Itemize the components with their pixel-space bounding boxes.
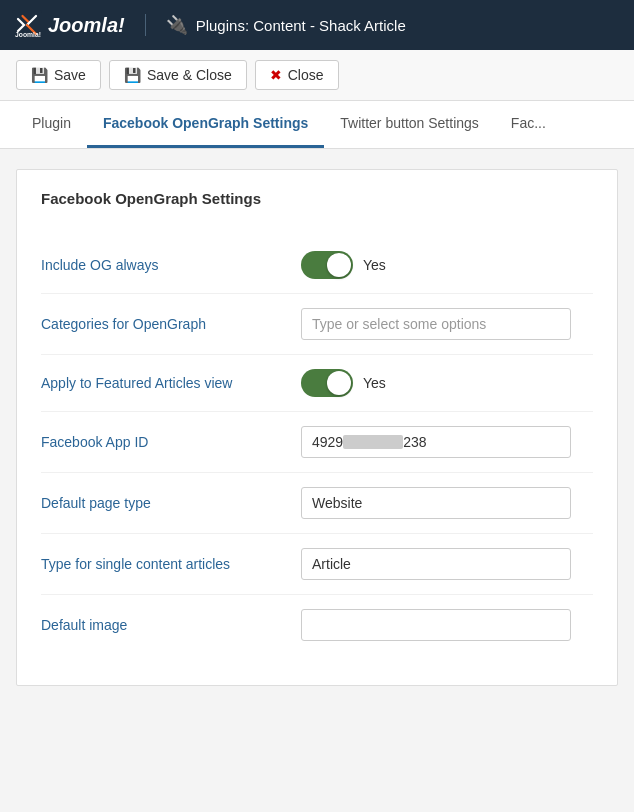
control-categories-og [301, 308, 593, 340]
control-apply-featured: Yes [301, 369, 593, 397]
joomla-logo-icon: Joomla! [12, 10, 42, 40]
toggle-wrap-include-og: Yes [301, 251, 593, 279]
control-facebook-app-id: 4929 238 [301, 426, 593, 458]
field-include-og: Include OG always Yes [41, 237, 593, 294]
input-type-single-content[interactable] [301, 548, 571, 580]
save-close-icon: 💾 [124, 67, 141, 83]
input-default-image[interactable] [301, 609, 571, 641]
label-apply-featured: Apply to Featured Articles view [41, 375, 301, 391]
logo-text: Joomla! [48, 14, 125, 37]
label-default-page-type: Default page type [41, 495, 301, 511]
label-include-og: Include OG always [41, 257, 301, 273]
label-categories-og: Categories for OpenGraph [41, 316, 301, 332]
control-type-single-content [301, 548, 593, 580]
field-type-single-content: Type for single content articles [41, 534, 593, 595]
toggle-include-og[interactable] [301, 251, 353, 279]
save-close-button[interactable]: 💾 Save & Close [109, 60, 247, 90]
tab-fac[interactable]: Fac... [495, 101, 562, 148]
close-icon: ✖ [270, 67, 282, 83]
page-title: Plugins: Content - Shack Article [196, 17, 406, 34]
save-icon: 💾 [31, 67, 48, 83]
app-id-suffix: 238 [403, 434, 426, 450]
field-categories-og: Categories for OpenGraph [41, 294, 593, 355]
field-facebook-app-id: Facebook App ID 4929 238 [41, 412, 593, 473]
close-button[interactable]: ✖ Close [255, 60, 339, 90]
label-default-image: Default image [41, 617, 301, 633]
tab-twitter[interactable]: Twitter button Settings [324, 101, 495, 148]
field-apply-featured: Apply to Featured Articles view Yes [41, 355, 593, 412]
input-categories-og[interactable] [301, 308, 571, 340]
header-title: 🔌 Plugins: Content - Shack Article [145, 14, 406, 36]
app-id-display[interactable]: 4929 238 [301, 426, 571, 458]
panel-title: Facebook OpenGraph Settings [41, 190, 593, 217]
header: Joomla! Joomla! 🔌 Plugins: Content - Sha… [0, 0, 634, 50]
app-id-prefix: 4929 [312, 434, 343, 450]
toggle-label-include-og: Yes [363, 257, 386, 273]
main-content: Facebook OpenGraph Settings Include OG a… [0, 149, 634, 706]
control-default-image [301, 609, 593, 641]
field-default-image: Default image [41, 595, 593, 655]
toggle-apply-featured[interactable] [301, 369, 353, 397]
label-type-single-content: Type for single content articles [41, 556, 301, 572]
close-label: Close [288, 67, 324, 83]
input-default-page-type[interactable] [301, 487, 571, 519]
save-button[interactable]: 💾 Save [16, 60, 101, 90]
control-default-page-type [301, 487, 593, 519]
tab-plugin[interactable]: Plugin [16, 101, 87, 148]
plugin-icon: 🔌 [166, 14, 188, 36]
label-facebook-app-id: Facebook App ID [41, 434, 301, 450]
toggle-wrap-apply-featured: Yes [301, 369, 593, 397]
toggle-knob-include-og [327, 253, 351, 277]
tabs-bar: Plugin Facebook OpenGraph Settings Twitt… [0, 101, 634, 149]
settings-panel: Facebook OpenGraph Settings Include OG a… [16, 169, 618, 686]
svg-text:Joomla!: Joomla! [15, 31, 41, 38]
toggle-label-apply-featured: Yes [363, 375, 386, 391]
toolbar: 💾 Save 💾 Save & Close ✖ Close [0, 50, 634, 101]
save-label: Save [54, 67, 86, 83]
field-default-page-type: Default page type [41, 473, 593, 534]
app-id-blurred [343, 435, 403, 449]
control-include-og: Yes [301, 251, 593, 279]
tab-facebook-og[interactable]: Facebook OpenGraph Settings [87, 101, 324, 148]
toggle-knob-apply-featured [327, 371, 351, 395]
save-close-label: Save & Close [147, 67, 232, 83]
joomla-logo: Joomla! Joomla! [12, 10, 125, 40]
